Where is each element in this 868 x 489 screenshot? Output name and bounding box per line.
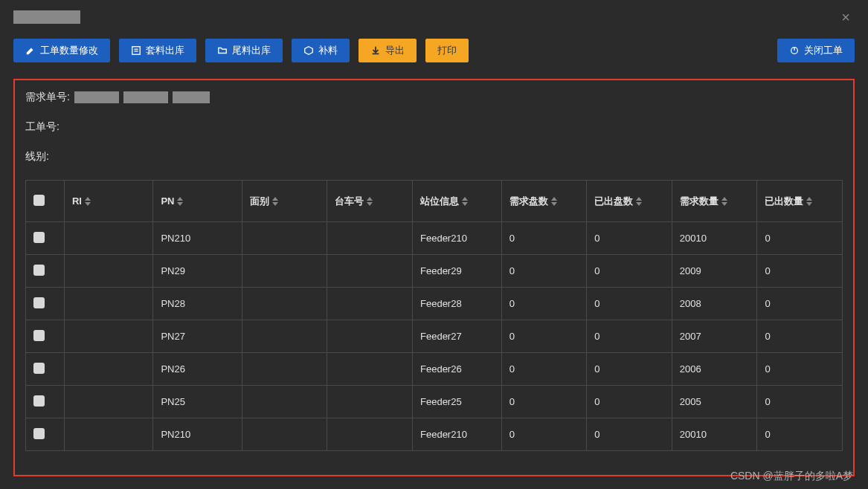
select-all-checkbox[interactable]	[33, 195, 45, 206]
cell-station: Feeder210	[413, 222, 502, 255]
header-station[interactable]: 站位信息	[413, 181, 502, 222]
cell-cart	[327, 386, 413, 418]
header-ri[interactable]: RI	[64, 181, 152, 222]
cell-ri	[64, 288, 152, 320]
header-req-tray[interactable]: 需求盘数	[501, 181, 587, 222]
cell-req-qty: 20010	[672, 418, 757, 451]
export-button[interactable]: 导出	[359, 39, 417, 62]
cell-ri	[64, 418, 152, 451]
row-checkbox[interactable]	[33, 265, 45, 276]
line-row: 线别:	[25, 150, 843, 163]
btn-label: 尾料出库	[232, 44, 271, 57]
btn-label: 补料	[318, 44, 338, 57]
cell-station: Feeder27	[413, 320, 502, 353]
row-checkbox[interactable]	[33, 297, 45, 308]
cell-cart	[327, 222, 413, 255]
cell-out-tray: 0	[587, 353, 672, 386]
table-row[interactable]: PN27Feeder270020070	[26, 320, 843, 353]
cell-pn: PN25	[153, 386, 242, 418]
cell-ri	[64, 353, 152, 386]
power-icon	[789, 45, 800, 56]
table-row[interactable]: PN210Feeder21000200100	[26, 418, 843, 451]
table-row[interactable]: PN29Feeder290020090	[26, 255, 843, 288]
cell-out-qty: 0	[757, 288, 843, 320]
folder-icon	[217, 45, 228, 56]
print-button[interactable]: 打印	[425, 39, 469, 62]
demand-label: 需求单号:	[25, 91, 70, 104]
row-checkbox[interactable]	[33, 363, 45, 374]
demand-value-redacted	[74, 91, 119, 103]
cell-out-tray: 0	[587, 255, 672, 288]
row-checkbox[interactable]	[33, 428, 45, 439]
cell-req-qty: 2005	[672, 386, 757, 418]
header-pn-label: PN	[161, 195, 174, 207]
cell-ri	[64, 320, 152, 353]
cell-out-tray: 0	[587, 386, 672, 418]
cell-ri	[64, 222, 152, 255]
svg-rect-0	[132, 47, 141, 55]
cell-cart	[327, 418, 413, 451]
cell-side	[242, 418, 327, 451]
cell-out-qty: 0	[757, 320, 843, 353]
cell-req-qty: 20010	[672, 222, 757, 255]
btn-label: 套料出库	[146, 44, 184, 57]
cell-pn: PN210	[153, 222, 242, 255]
demand-value-redacted3	[173, 91, 210, 103]
table-row[interactable]: PN28Feeder280020080	[26, 288, 843, 320]
cell-out-tray: 0	[587, 320, 672, 353]
close-icon[interactable]: ×	[837, 9, 855, 26]
row-checkbox[interactable]	[33, 330, 45, 341]
header-side[interactable]: 面别	[242, 181, 327, 222]
tail-outbound-button[interactable]: 尾料出库	[205, 39, 283, 62]
header-out-qty[interactable]: 已出数量	[757, 181, 843, 222]
cell-side	[242, 255, 327, 288]
row-checkbox-cell	[26, 386, 65, 418]
cell-pn: PN27	[153, 320, 242, 353]
cell-out-qty: 0	[757, 386, 843, 418]
cell-side	[242, 320, 327, 353]
cell-req-tray: 0	[501, 288, 587, 320]
cell-cart	[327, 353, 413, 386]
cell-out-tray: 0	[587, 288, 672, 320]
header-out-tray[interactable]: 已出盘数	[587, 181, 672, 222]
cell-out-qty: 0	[757, 222, 843, 255]
kit-outbound-button[interactable]: 套料出库	[119, 39, 196, 62]
row-checkbox[interactable]	[33, 232, 45, 243]
cell-req-qty: 2007	[672, 320, 757, 353]
cell-cart	[327, 288, 413, 320]
replenish-button[interactable]: 补料	[292, 39, 350, 62]
workorder-label: 工单号:	[25, 120, 60, 134]
cell-req-qty: 2009	[672, 255, 757, 288]
cell-pn: PN210	[153, 418, 242, 451]
sort-icon	[806, 197, 812, 206]
cell-out-qty: 0	[757, 353, 843, 386]
table-row[interactable]: PN26Feeder260020060	[26, 353, 843, 386]
header-cart-label: 台车号	[335, 195, 364, 208]
btn-label: 关闭工单	[804, 44, 843, 57]
header-out-qty-label: 已出数量	[765, 195, 803, 208]
table-row[interactable]: PN25Feeder250020050	[26, 386, 843, 418]
close-order-button[interactable]: 关闭工单	[777, 39, 855, 62]
sort-icon	[367, 197, 373, 206]
header-pn[interactable]: PN	[153, 181, 242, 222]
table-row[interactable]: PN210Feeder21000200100	[26, 222, 843, 255]
demand-row: 需求单号:	[25, 91, 843, 104]
cell-side	[242, 386, 327, 418]
modal-title	[13, 10, 80, 24]
sort-icon	[462, 197, 468, 206]
header-req-qty[interactable]: 需求数量	[672, 181, 757, 222]
cell-out-qty: 0	[757, 255, 843, 288]
content-panel: 需求单号: 工单号: 线别: RI PN	[13, 79, 855, 476]
cell-req-tray: 0	[501, 353, 587, 386]
row-checkbox-cell	[26, 288, 65, 320]
row-checkbox[interactable]	[33, 395, 45, 407]
modify-qty-button[interactable]: 工单数量修改	[13, 39, 110, 62]
line-label: 线别:	[25, 150, 49, 163]
btn-label: 打印	[437, 44, 457, 57]
header-cart[interactable]: 台车号	[327, 181, 413, 222]
sort-icon	[177, 197, 183, 206]
download-icon	[370, 45, 381, 56]
box-icon	[303, 45, 314, 56]
table-body: PN210Feeder21000200100PN29Feeder29002009…	[26, 222, 843, 451]
cell-req-tray: 0	[501, 255, 587, 288]
